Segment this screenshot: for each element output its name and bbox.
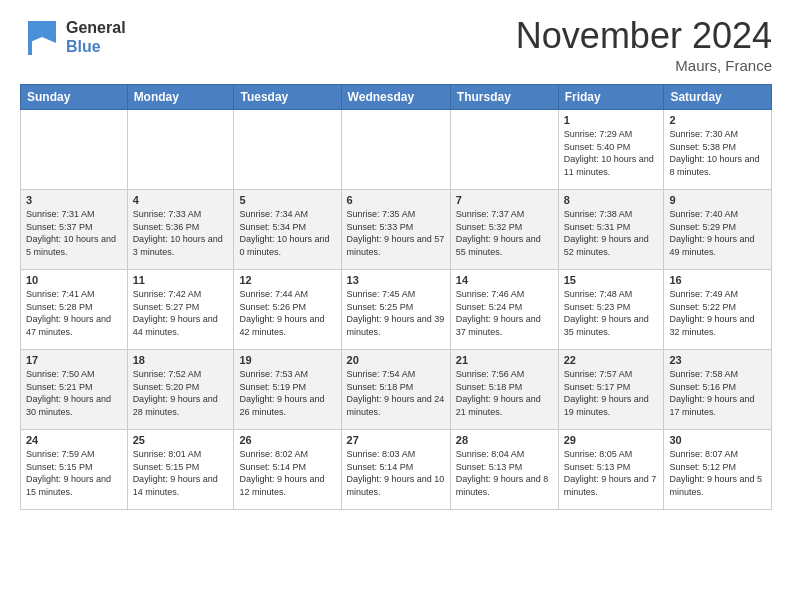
weekday-header: Friday	[558, 85, 664, 110]
calendar-cell	[234, 110, 341, 190]
logo-blue: Blue	[66, 37, 126, 56]
calendar-week-row: 24Sunrise: 7:59 AM Sunset: 5:15 PM Dayli…	[21, 430, 772, 510]
day-info: Sunrise: 7:40 AM Sunset: 5:29 PM Dayligh…	[669, 208, 766, 258]
calendar-cell: 24Sunrise: 7:59 AM Sunset: 5:15 PM Dayli…	[21, 430, 128, 510]
day-number: 29	[564, 434, 659, 446]
day-number: 10	[26, 274, 122, 286]
calendar-cell: 4Sunrise: 7:33 AM Sunset: 5:36 PM Daylig…	[127, 190, 234, 270]
day-number: 8	[564, 194, 659, 206]
weekday-header: Wednesday	[341, 85, 450, 110]
calendar-cell: 5Sunrise: 7:34 AM Sunset: 5:34 PM Daylig…	[234, 190, 341, 270]
day-number: 27	[347, 434, 445, 446]
calendar-cell: 23Sunrise: 7:58 AM Sunset: 5:16 PM Dayli…	[664, 350, 772, 430]
day-info: Sunrise: 8:03 AM Sunset: 5:14 PM Dayligh…	[347, 448, 445, 498]
day-info: Sunrise: 7:54 AM Sunset: 5:18 PM Dayligh…	[347, 368, 445, 418]
day-number: 16	[669, 274, 766, 286]
weekday-header: Thursday	[450, 85, 558, 110]
day-number: 2	[669, 114, 766, 126]
calendar-cell: 27Sunrise: 8:03 AM Sunset: 5:14 PM Dayli…	[341, 430, 450, 510]
calendar: SundayMondayTuesdayWednesdayThursdayFrid…	[20, 84, 772, 510]
day-number: 1	[564, 114, 659, 126]
day-info: Sunrise: 7:58 AM Sunset: 5:16 PM Dayligh…	[669, 368, 766, 418]
day-number: 9	[669, 194, 766, 206]
day-number: 15	[564, 274, 659, 286]
calendar-week-row: 1Sunrise: 7:29 AM Sunset: 5:40 PM Daylig…	[21, 110, 772, 190]
calendar-cell: 30Sunrise: 8:07 AM Sunset: 5:12 PM Dayli…	[664, 430, 772, 510]
day-info: Sunrise: 7:57 AM Sunset: 5:17 PM Dayligh…	[564, 368, 659, 418]
day-info: Sunrise: 8:01 AM Sunset: 5:15 PM Dayligh…	[133, 448, 229, 498]
calendar-cell: 17Sunrise: 7:50 AM Sunset: 5:21 PM Dayli…	[21, 350, 128, 430]
day-number: 14	[456, 274, 553, 286]
day-info: Sunrise: 7:52 AM Sunset: 5:20 PM Dayligh…	[133, 368, 229, 418]
svg-rect-2	[28, 21, 32, 55]
calendar-cell: 14Sunrise: 7:46 AM Sunset: 5:24 PM Dayli…	[450, 270, 558, 350]
day-info: Sunrise: 7:45 AM Sunset: 5:25 PM Dayligh…	[347, 288, 445, 338]
calendar-cell: 26Sunrise: 8:02 AM Sunset: 5:14 PM Dayli…	[234, 430, 341, 510]
calendar-cell: 15Sunrise: 7:48 AM Sunset: 5:23 PM Dayli…	[558, 270, 664, 350]
calendar-cell: 19Sunrise: 7:53 AM Sunset: 5:19 PM Dayli…	[234, 350, 341, 430]
calendar-cell: 28Sunrise: 8:04 AM Sunset: 5:13 PM Dayli…	[450, 430, 558, 510]
logo-icon	[20, 15, 64, 59]
calendar-cell: 13Sunrise: 7:45 AM Sunset: 5:25 PM Dayli…	[341, 270, 450, 350]
calendar-cell: 7Sunrise: 7:37 AM Sunset: 5:32 PM Daylig…	[450, 190, 558, 270]
calendar-cell: 8Sunrise: 7:38 AM Sunset: 5:31 PM Daylig…	[558, 190, 664, 270]
day-info: Sunrise: 7:48 AM Sunset: 5:23 PM Dayligh…	[564, 288, 659, 338]
calendar-cell: 21Sunrise: 7:56 AM Sunset: 5:18 PM Dayli…	[450, 350, 558, 430]
calendar-cell: 22Sunrise: 7:57 AM Sunset: 5:17 PM Dayli…	[558, 350, 664, 430]
day-info: Sunrise: 7:29 AM Sunset: 5:40 PM Dayligh…	[564, 128, 659, 178]
day-number: 3	[26, 194, 122, 206]
logo-general: General	[66, 18, 126, 37]
calendar-cell: 16Sunrise: 7:49 AM Sunset: 5:22 PM Dayli…	[664, 270, 772, 350]
day-info: Sunrise: 7:31 AM Sunset: 5:37 PM Dayligh…	[26, 208, 122, 258]
day-number: 7	[456, 194, 553, 206]
calendar-cell	[127, 110, 234, 190]
day-info: Sunrise: 7:33 AM Sunset: 5:36 PM Dayligh…	[133, 208, 229, 258]
calendar-cell: 3Sunrise: 7:31 AM Sunset: 5:37 PM Daylig…	[21, 190, 128, 270]
day-info: Sunrise: 8:02 AM Sunset: 5:14 PM Dayligh…	[239, 448, 335, 498]
day-number: 28	[456, 434, 553, 446]
day-info: Sunrise: 7:49 AM Sunset: 5:22 PM Dayligh…	[669, 288, 766, 338]
calendar-cell: 6Sunrise: 7:35 AM Sunset: 5:33 PM Daylig…	[341, 190, 450, 270]
day-info: Sunrise: 7:46 AM Sunset: 5:24 PM Dayligh…	[456, 288, 553, 338]
weekday-header: Monday	[127, 85, 234, 110]
calendar-cell	[21, 110, 128, 190]
day-info: Sunrise: 7:41 AM Sunset: 5:28 PM Dayligh…	[26, 288, 122, 338]
logo: General Blue	[20, 15, 126, 59]
day-number: 23	[669, 354, 766, 366]
day-number: 6	[347, 194, 445, 206]
title-area: November 2024 Maurs, France	[516, 15, 772, 74]
calendar-cell	[341, 110, 450, 190]
calendar-cell: 12Sunrise: 7:44 AM Sunset: 5:26 PM Dayli…	[234, 270, 341, 350]
calendar-cell: 29Sunrise: 8:05 AM Sunset: 5:13 PM Dayli…	[558, 430, 664, 510]
day-info: Sunrise: 7:35 AM Sunset: 5:33 PM Dayligh…	[347, 208, 445, 258]
header: General Blue November 2024 Maurs, France	[20, 15, 772, 74]
calendar-week-row: 3Sunrise: 7:31 AM Sunset: 5:37 PM Daylig…	[21, 190, 772, 270]
calendar-cell: 1Sunrise: 7:29 AM Sunset: 5:40 PM Daylig…	[558, 110, 664, 190]
calendar-cell: 25Sunrise: 8:01 AM Sunset: 5:15 PM Dayli…	[127, 430, 234, 510]
day-number: 20	[347, 354, 445, 366]
calendar-cell: 11Sunrise: 7:42 AM Sunset: 5:27 PM Dayli…	[127, 270, 234, 350]
day-info: Sunrise: 7:44 AM Sunset: 5:26 PM Dayligh…	[239, 288, 335, 338]
calendar-header-row: SundayMondayTuesdayWednesdayThursdayFrid…	[21, 85, 772, 110]
day-info: Sunrise: 8:07 AM Sunset: 5:12 PM Dayligh…	[669, 448, 766, 498]
calendar-cell	[450, 110, 558, 190]
calendar-week-row: 10Sunrise: 7:41 AM Sunset: 5:28 PM Dayli…	[21, 270, 772, 350]
location: Maurs, France	[516, 57, 772, 74]
day-info: Sunrise: 7:56 AM Sunset: 5:18 PM Dayligh…	[456, 368, 553, 418]
page: General Blue November 2024 Maurs, France…	[0, 0, 792, 612]
day-number: 22	[564, 354, 659, 366]
svg-marker-1	[28, 21, 56, 43]
weekday-header: Sunday	[21, 85, 128, 110]
day-info: Sunrise: 7:37 AM Sunset: 5:32 PM Dayligh…	[456, 208, 553, 258]
day-info: Sunrise: 7:34 AM Sunset: 5:34 PM Dayligh…	[239, 208, 335, 258]
calendar-cell: 9Sunrise: 7:40 AM Sunset: 5:29 PM Daylig…	[664, 190, 772, 270]
logo-text: General Blue	[66, 18, 126, 56]
day-info: Sunrise: 7:59 AM Sunset: 5:15 PM Dayligh…	[26, 448, 122, 498]
day-number: 21	[456, 354, 553, 366]
day-info: Sunrise: 8:05 AM Sunset: 5:13 PM Dayligh…	[564, 448, 659, 498]
day-info: Sunrise: 7:42 AM Sunset: 5:27 PM Dayligh…	[133, 288, 229, 338]
calendar-cell: 18Sunrise: 7:52 AM Sunset: 5:20 PM Dayli…	[127, 350, 234, 430]
day-number: 11	[133, 274, 229, 286]
day-number: 19	[239, 354, 335, 366]
day-number: 12	[239, 274, 335, 286]
